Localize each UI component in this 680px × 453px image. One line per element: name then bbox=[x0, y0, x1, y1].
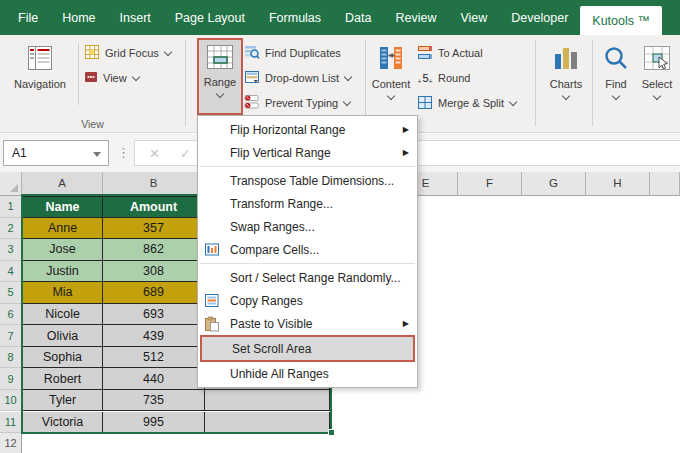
svg-text:+: + bbox=[429, 77, 433, 84]
menu-item-flip-vertical-range[interactable]: Flip Vertical Range▶ bbox=[198, 141, 417, 164]
cell-A4[interactable]: Justin bbox=[22, 261, 103, 283]
column-header-B[interactable]: B bbox=[103, 172, 205, 195]
to-actual-label: To Actual bbox=[438, 47, 483, 59]
menu-item-swap-ranges[interactable]: Swap Ranges... bbox=[198, 215, 417, 238]
dropdown-list-label: Drop-down List bbox=[265, 72, 339, 84]
menu-item-label: Compare Cells... bbox=[230, 243, 319, 257]
range-button[interactable]: Range bbox=[197, 38, 243, 115]
row-header-8[interactable]: 8 bbox=[0, 347, 22, 369]
cell-A9[interactable]: Robert bbox=[22, 368, 103, 390]
menu-item-compare-cells[interactable]: Compare Cells... bbox=[198, 238, 417, 261]
cell-A1[interactable]: Name bbox=[22, 196, 103, 218]
content-button[interactable]: Content bbox=[369, 38, 413, 114]
chevron-down-icon bbox=[164, 48, 172, 56]
ribbon-tab-view[interactable]: View bbox=[448, 0, 499, 35]
cell-B9[interactable]: 440 bbox=[103, 368, 205, 390]
row-header-12[interactable]: 12 bbox=[0, 433, 22, 453]
cell-C10[interactable] bbox=[205, 390, 330, 412]
grid-focus-icon bbox=[84, 44, 100, 62]
ribbon-tab-developer[interactable]: Developer bbox=[499, 0, 580, 35]
cell-B4[interactable]: 308 bbox=[103, 261, 205, 283]
round-button[interactable]: +5+ Round bbox=[417, 68, 470, 88]
column-header-H[interactable]: H bbox=[586, 172, 650, 195]
row-header-2[interactable]: 2 bbox=[0, 218, 22, 240]
chevron-down-icon bbox=[216, 90, 224, 98]
row-header-6[interactable]: 6 bbox=[0, 304, 22, 326]
ribbon-tab-review[interactable]: Review bbox=[383, 0, 448, 35]
ribbon-tab-data[interactable]: Data bbox=[333, 0, 383, 35]
menu-item-label: Transpose Table Dimensions... bbox=[230, 174, 394, 188]
cell-B10[interactable]: 735 bbox=[103, 390, 205, 412]
select-all-corner[interactable] bbox=[0, 172, 22, 195]
find-duplicates-button[interactable]: Find Duplicates bbox=[244, 43, 341, 63]
column-header-F[interactable]: F bbox=[458, 172, 522, 195]
fill-handle[interactable] bbox=[328, 429, 335, 436]
ribbon-tab-home[interactable]: Home bbox=[50, 0, 107, 35]
cell-B11[interactable]: 995 bbox=[103, 412, 205, 434]
menu-item-transform-range[interactable]: Transform Range... bbox=[198, 192, 417, 215]
range-dropdown-menu: Flip Horizontal Range▶Flip Vertical Rang… bbox=[197, 115, 418, 388]
dropdown-list-button[interactable]: Drop-down List bbox=[244, 68, 351, 88]
ribbon-tab-formulas[interactable]: Formulas bbox=[257, 0, 333, 35]
navigation-icon bbox=[26, 40, 54, 76]
select-button[interactable]: Select bbox=[637, 38, 677, 114]
grid-focus-button[interactable]: Grid Focus bbox=[84, 43, 171, 63]
ribbon-tab-insert[interactable]: Insert bbox=[108, 0, 163, 35]
ribbon-tab-page-layout[interactable]: Page Layout bbox=[163, 0, 257, 35]
chevron-down-icon bbox=[509, 98, 517, 106]
menu-item-paste-to-visible[interactable]: Paste to Visible▶ bbox=[198, 312, 417, 335]
chevron-down-icon bbox=[131, 73, 139, 81]
row-header-4[interactable]: 4 bbox=[0, 261, 22, 283]
cell-A3[interactable]: Jose bbox=[22, 239, 103, 261]
ribbon-tab-kutools[interactable]: Kutools ™ bbox=[580, 6, 662, 35]
cell-B8[interactable]: 512 bbox=[103, 347, 205, 369]
name-box[interactable]: A1 bbox=[3, 140, 109, 166]
column-header-A[interactable]: A bbox=[22, 172, 103, 195]
cell-A6[interactable]: Nicole bbox=[22, 304, 103, 326]
ribbon-tab-file[interactable]: File bbox=[6, 0, 50, 35]
charts-button[interactable]: Charts bbox=[546, 38, 586, 114]
cell-B7[interactable]: 439 bbox=[103, 325, 205, 347]
view-grid-icon bbox=[84, 70, 98, 86]
menu-item-sort-select-range-randomly[interactable]: Sort / Select Range Randomly... bbox=[198, 266, 417, 289]
menu-item-set-scroll-area[interactable]: Set Scroll Area bbox=[200, 335, 415, 362]
cell-A8[interactable]: Sophia bbox=[22, 347, 103, 369]
menu-item-unhide-all-ranges[interactable]: Unhide All Ranges bbox=[198, 362, 417, 385]
cell-A7[interactable]: Olivia bbox=[22, 325, 103, 347]
navigation-button[interactable]: Navigation bbox=[6, 38, 74, 114]
menu-item-label: Transform Range... bbox=[230, 197, 333, 211]
prevent-typing-button[interactable]: Prevent Typing bbox=[244, 93, 350, 113]
row-header-1[interactable]: 1 bbox=[0, 196, 22, 218]
menu-item-transpose-table-dimensions[interactable]: Transpose Table Dimensions... bbox=[198, 169, 417, 192]
formula-cancel-icon[interactable]: ✕ bbox=[149, 146, 160, 161]
view-toggle-button[interactable]: View bbox=[84, 68, 139, 88]
menu-item-flip-horizontal-range[interactable]: Flip Horizontal Range▶ bbox=[198, 118, 417, 141]
menu-item-copy-ranges[interactable]: Copy Ranges bbox=[198, 289, 417, 312]
cell-B2[interactable]: 357 bbox=[103, 218, 205, 240]
cell-B5[interactable]: 689 bbox=[103, 282, 205, 304]
cell-A11[interactable]: Victoria bbox=[22, 412, 103, 434]
cell-A5[interactable]: Mia bbox=[22, 282, 103, 304]
row-header-11[interactable]: 11 bbox=[0, 412, 22, 434]
row-header-7[interactable]: 7 bbox=[0, 325, 22, 347]
merge-split-button[interactable]: Merge & Split bbox=[417, 93, 516, 113]
row-header-5[interactable]: 5 bbox=[0, 282, 22, 304]
cell-C11[interactable] bbox=[205, 412, 330, 434]
cell-B3[interactable]: 862 bbox=[103, 239, 205, 261]
menu-item-label: Unhide All Ranges bbox=[230, 367, 329, 381]
row-header-9[interactable]: 9 bbox=[0, 368, 22, 390]
cell-B6[interactable]: 693 bbox=[103, 304, 205, 326]
formula-confirm-icon[interactable]: ✓ bbox=[180, 146, 191, 161]
cell-A10[interactable]: Tyler bbox=[22, 390, 103, 412]
name-box-dropdown-icon[interactable] bbox=[93, 152, 101, 157]
column-header-partial[interactable] bbox=[650, 172, 680, 195]
row-header-10[interactable]: 10 bbox=[0, 390, 22, 412]
find-button[interactable]: Find bbox=[599, 38, 633, 114]
blank-icon bbox=[203, 172, 220, 189]
cell-A2[interactable]: Anne bbox=[22, 218, 103, 240]
chevron-down-icon bbox=[612, 92, 620, 100]
cell-B1[interactable]: Amount bbox=[103, 196, 205, 218]
to-actual-button[interactable]: To Actual bbox=[417, 43, 483, 63]
column-header-G[interactable]: G bbox=[522, 172, 586, 195]
row-header-3[interactable]: 3 bbox=[0, 239, 22, 261]
